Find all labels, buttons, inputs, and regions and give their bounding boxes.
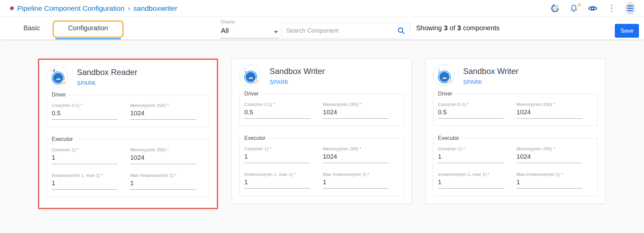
preview-icon[interactable]: [588, 3, 598, 13]
component-card-highlighted[interactable]: ☁ ✩ Sandbox Reader SPARK Driver Core(min…: [38, 59, 218, 209]
notifications-icon[interactable]: ⚠: [569, 3, 579, 13]
field-label: Core(min 0.1) *: [52, 103, 117, 108]
driver-core-field: Core(min 0.1) * 0.5: [52, 103, 117, 120]
executor-memory-input[interactable]: 1024: [130, 154, 196, 164]
field-label: Max Instances(min 1) *: [516, 172, 582, 177]
field-label: Core(min 0.1) *: [244, 102, 310, 107]
executor-memory-field: Memory(min 250) * 1024: [516, 146, 582, 163]
star-icon: ✩: [448, 79, 452, 84]
driver-memory-input[interactable]: 1024: [130, 110, 196, 120]
tab-configuration-label: Configuration: [68, 24, 108, 32]
field-label: Memory(min 250) *: [516, 102, 582, 107]
component-avatar-icon: ↓ ☁ ✩: [239, 65, 261, 86]
results-summary: Showing 3 of 3 components: [416, 17, 500, 39]
executor-memory-field: Memory(min 250) * 1024: [323, 146, 389, 163]
components-grid: ☁ ✩ Sandbox Reader SPARK Driver Core(min…: [0, 40, 644, 233]
executor-legend: Executor: [437, 135, 460, 141]
display-filter-select[interactable]: Display All: [221, 18, 279, 38]
executor-legend: Executor: [50, 136, 74, 142]
component-card[interactable]: ↓ ☁ ✩ Sandbox Writer SPARK Driver Core(m…: [232, 59, 412, 204]
component-title: Sandbox Writer: [269, 67, 325, 76]
field-label: Memory(min 250) *: [323, 146, 389, 151]
driver-core-input[interactable]: 0.5: [244, 109, 310, 119]
toolbar: Basic Configuration Display All Showing …: [0, 17, 644, 40]
display-filter-value: All: [221, 27, 279, 35]
field-label: Core(min 1) *: [438, 146, 504, 151]
executor-core-field: Core(min 1) * 1: [244, 146, 310, 163]
executor-max-instances-field: Max Instances(min 1) * 1: [323, 172, 389, 189]
driver-section: Driver Core(min 0.1) * 0.5 Memory(min 25…: [47, 92, 209, 127]
driver-section: Driver Core(min 0.1) * 0.5 Memory(min 25…: [433, 91, 598, 126]
field-label: Core(min 1) *: [52, 147, 117, 152]
driver-core-field: Core(min 0.1) * 0.5: [438, 102, 504, 119]
field-label: Max Instances(min 1) *: [130, 173, 196, 178]
driver-memory-input[interactable]: 1024: [323, 109, 389, 119]
star-icon: ✩: [62, 80, 66, 85]
warning-badge-icon: ⚠: [577, 2, 581, 7]
driver-core-field: Core(min 0.1) * 0.5: [244, 102, 310, 119]
driver-memory-field: Memory(min 250) * 1024: [130, 103, 196, 120]
driver-legend: Driver: [50, 92, 67, 98]
executor-max-instances-input[interactable]: 1: [516, 179, 582, 189]
executor-max-instances-input[interactable]: 1: [130, 180, 196, 190]
component-title: Sandbox Reader: [77, 68, 137, 77]
driver-core-input[interactable]: 0.5: [438, 109, 504, 119]
executor-instances-field: Instances(min 1, max 1) * 1: [244, 172, 310, 189]
component-card[interactable]: ↓ ☁ ✩ Sandbox Writer SPARK Driver Core(m…: [425, 59, 605, 204]
executor-core-input[interactable]: 1: [52, 154, 117, 164]
field-label: Core(min 0.1) *: [438, 102, 504, 107]
field-label: Core(min 1) *: [244, 146, 310, 151]
tab-basic[interactable]: Basic: [9, 17, 54, 39]
field-label: Memory(min 250) *: [130, 103, 196, 108]
executor-section: Executor Core(min 1) * 1 Memory(min 250)…: [433, 135, 598, 196]
results-total: 3: [457, 24, 461, 32]
executor-instances-input[interactable]: 1: [244, 179, 310, 189]
component-engine-badge: SPARK: [269, 79, 325, 85]
component-avatar-icon: ☁ ✩: [47, 66, 68, 87]
executor-core-input[interactable]: 1: [244, 153, 310, 163]
field-label: Memory(min 250) *: [323, 102, 389, 107]
executor-instances-input[interactable]: 1: [52, 180, 117, 190]
component-title: Sandbox Writer: [463, 67, 518, 76]
executor-max-instances-input[interactable]: 1: [323, 179, 389, 189]
executor-instances-field: Instances(min 1, max 1) * 1: [52, 173, 117, 190]
breadcrumb-page: sandboxwriter: [134, 4, 178, 12]
driver-legend: Driver: [243, 91, 260, 97]
save-button[interactable]: Save: [615, 24, 639, 38]
record-dot-icon: [10, 6, 14, 10]
kebab-menu-icon[interactable]: [606, 3, 616, 13]
driver-legend: Driver: [437, 91, 454, 97]
executor-memory-input[interactable]: 1024: [323, 153, 389, 163]
executor-core-field: Core(min 1) * 1: [52, 147, 117, 164]
list-menu-icon[interactable]: [625, 3, 635, 13]
component-avatar-icon: ↓ ☁ ✩: [433, 65, 454, 86]
breadcrumb: Pipeline Component Configuration › sandb…: [10, 4, 177, 12]
field-label: Instances(min 1, max 1) *: [244, 172, 310, 177]
executor-max-instances-field: Max Instances(min 1) * 1: [516, 172, 582, 189]
driver-memory-field: Memory(min 250) * 1024: [323, 102, 389, 119]
executor-core-input[interactable]: 1: [438, 153, 504, 163]
executor-memory-input[interactable]: 1024: [516, 153, 582, 163]
field-label: Memory(min 250) *: [130, 147, 196, 152]
breadcrumb-section[interactable]: Pipeline Component Configuration: [17, 4, 125, 12]
component-search: [281, 23, 410, 38]
field-label: Instances(min 1, max 1) *: [438, 172, 504, 177]
display-filter-label: Display: [221, 18, 279, 24]
search-input[interactable]: [282, 27, 392, 34]
tab-bar: Basic Configuration: [9, 17, 122, 39]
driver-memory-input[interactable]: 1024: [516, 109, 582, 119]
search-icon[interactable]: [392, 23, 410, 38]
executor-memory-field: Memory(min 250) * 1024: [130, 147, 196, 164]
tab-configuration[interactable]: Configuration: [54, 17, 122, 39]
chevron-down-icon: [274, 31, 278, 33]
field-label: Max Instances(min 1) *: [323, 172, 389, 177]
history-icon[interactable]: [550, 3, 560, 13]
component-engine-badge: SPARK: [77, 80, 137, 86]
executor-instances-input[interactable]: 1: [438, 179, 504, 189]
star-icon: ✩: [254, 79, 258, 84]
tab-basic-label: Basic: [23, 24, 40, 32]
driver-memory-field: Memory(min 250) * 1024: [516, 102, 582, 119]
component-engine-badge: SPARK: [463, 79, 518, 85]
driver-core-input[interactable]: 0.5: [52, 110, 117, 120]
results-count: 3: [444, 24, 448, 32]
